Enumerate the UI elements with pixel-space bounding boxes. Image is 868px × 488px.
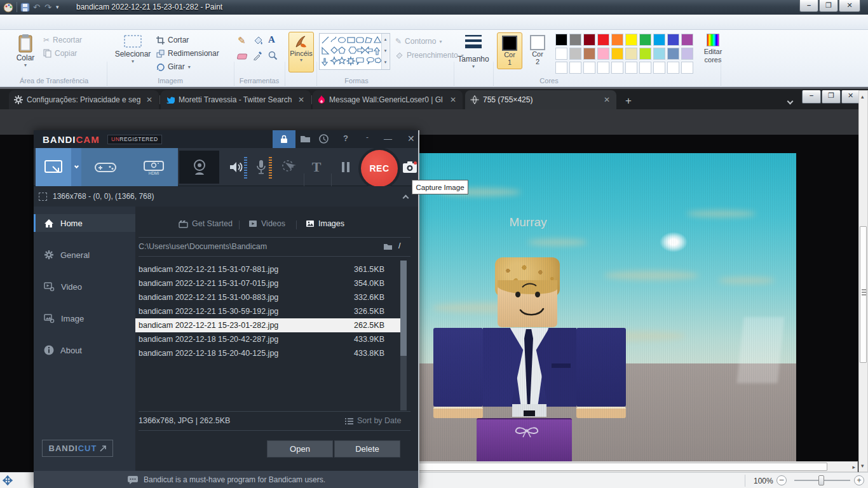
speaker-volume-button[interactable] <box>226 148 245 186</box>
crop-button[interactable]: Cortar <box>156 34 189 46</box>
palette-swatch[interactable] <box>597 48 609 60</box>
tab-close-icon[interactable]: ✕ <box>297 95 306 104</box>
pause-button[interactable] <box>337 148 354 186</box>
size-button[interactable]: Tamanho ▾ <box>456 33 491 69</box>
palette-swatch[interactable] <box>639 34 651 46</box>
file-row[interactable]: bandicam 2022-12-18 15-20-42-287.jpg433.… <box>135 332 402 346</box>
palette-swatch-empty[interactable] <box>653 62 665 74</box>
zoom-in-button[interactable]: + <box>854 475 864 485</box>
tab-videos[interactable]: Videos <box>248 219 285 228</box>
browser-tab-twitter[interactable]: Moretti Travessia - Twitter Search ✕ <box>161 90 311 109</box>
palette-swatch[interactable] <box>555 34 567 46</box>
magnifier-tool[interactable] <box>268 51 278 60</box>
shapes-grid[interactable]: ▴▾▾ <box>319 33 390 70</box>
palette-swatch[interactable] <box>681 48 693 60</box>
fill-tool[interactable] <box>253 35 263 45</box>
palette-swatch[interactable] <box>569 34 581 46</box>
folder-icon[interactable] <box>383 243 393 250</box>
file-row[interactable]: bandicam 2022-12-21 15-31-07-881.jpg361.… <box>135 262 402 276</box>
quick-access-dropdown[interactable]: ▾ <box>56 4 59 10</box>
palette-swatch[interactable] <box>583 48 595 60</box>
scroll-up-arrow-icon[interactable]: ▴ <box>861 93 864 100</box>
color1-button[interactable]: Cor 1 <box>497 32 522 69</box>
color-palette[interactable] <box>555 34 696 74</box>
palette-swatch-empty[interactable] <box>569 62 581 74</box>
bandicam-boss-minimize-icon[interactable]: - <box>366 133 369 142</box>
tab-images[interactable]: Images <box>306 219 344 228</box>
sidebar-item-general[interactable]: General <box>34 246 135 264</box>
sidebar-item-video[interactable]: Video <box>34 278 135 295</box>
bandicut-logo-button[interactable]: BANDICUT <box>42 440 113 457</box>
scroll-down-arrow-icon[interactable]: ▾ <box>861 463 864 469</box>
new-tab-button[interactable]: + <box>625 95 632 107</box>
palette-swatch-empty[interactable] <box>611 62 623 74</box>
collapse-chevron-icon[interactable] <box>403 195 409 201</box>
palette-swatch[interactable] <box>667 34 679 46</box>
file-row-selected[interactable]: bandicam 2022-12-21 15-23-01-282.jpg262.… <box>135 318 402 332</box>
shapes-scrollbar[interactable]: ▴▾▾ <box>381 34 389 69</box>
chrome-maximize-button[interactable]: ❐ <box>822 90 841 104</box>
browser-tab-image[interactable]: 755 (755×425) ✕ <box>465 90 616 109</box>
sidebar-item-home[interactable]: Home <box>34 214 135 232</box>
file-row[interactable]: bandicam 2022-12-21 15-31-00-883.jpg332.… <box>135 290 402 304</box>
tab-search-chevron-icon[interactable] <box>788 97 792 105</box>
sidebar-item-image[interactable]: Image <box>34 309 135 327</box>
device-recording-mode-button[interactable]: HDMI <box>129 148 178 186</box>
bandicam-help-icon[interactable]: ? <box>343 133 348 143</box>
output-folder-icon[interactable] <box>300 135 311 143</box>
brushes-button[interactable]: Pincéis ▾ <box>288 32 314 72</box>
browser-tab-settings[interactable]: Configurações: Privacidade e seg ✕ <box>9 90 159 109</box>
delete-button[interactable]: Delete <box>334 440 400 458</box>
webcam-button[interactable] <box>179 151 219 184</box>
mode-dropdown-chevron[interactable] <box>71 148 81 186</box>
zoom-slider-thumb[interactable] <box>818 475 824 485</box>
save-button[interactable] <box>20 3 30 12</box>
chrome-close-button[interactable]: ✕ <box>841 90 860 104</box>
file-list-scrollbar-thumb[interactable] <box>400 261 407 356</box>
paste-button[interactable]: Colar ▾ <box>11 33 39 68</box>
palette-swatch[interactable] <box>611 34 623 46</box>
rec-button[interactable]: REC <box>361 150 398 187</box>
vertical-scrollbar[interactable]: ▴ ▾ <box>858 90 868 472</box>
color2-button[interactable]: Cor 2 <box>525 32 550 69</box>
palette-swatch[interactable] <box>667 48 679 60</box>
paint-close-button[interactable]: ✕ <box>839 0 860 12</box>
vertical-scrollbar-thumb[interactable] <box>860 226 867 363</box>
palette-swatch-empty[interactable] <box>555 62 567 74</box>
file-row[interactable]: bandicam 2022-12-21 15-31-07-015.jpg354.… <box>135 276 402 290</box>
eraser-tool[interactable] <box>237 51 248 60</box>
boss-lock-button[interactable] <box>273 130 295 148</box>
game-recording-mode-button[interactable] <box>81 148 129 186</box>
select-button[interactable]: Selecionar ▾ <box>113 33 153 64</box>
text-overlay-button[interactable]: T <box>307 148 326 186</box>
paint-minimize-button[interactable]: – <box>799 0 818 12</box>
screen-recording-mode-button[interactable] <box>36 148 71 186</box>
palette-swatch-empty[interactable] <box>625 62 637 74</box>
palette-swatch[interactable] <box>625 34 637 46</box>
sort-by-date-button[interactable]: Sort by Date <box>345 416 401 425</box>
edit-colors-button[interactable]: Editar cores <box>699 34 727 64</box>
color-picker-tool[interactable] <box>253 51 262 60</box>
palette-swatch[interactable] <box>653 48 665 60</box>
palette-swatch-empty[interactable] <box>597 62 609 74</box>
mouse-effects-button[interactable] <box>278 148 301 186</box>
photo-viewer-image[interactable]: Murray <box>419 153 796 463</box>
pencil-tool[interactable]: ✎ <box>238 35 246 46</box>
palette-swatch[interactable] <box>611 48 623 60</box>
palette-swatch-empty[interactable] <box>639 62 651 74</box>
chrome-minimize-button[interactable]: – <box>802 90 821 104</box>
browser-tab-fandom[interactable]: Message Wall:GenericLoser0 | Gl ✕ <box>313 90 463 109</box>
bandicam-minimize-icon[interactable]: — <box>384 134 392 144</box>
tab-close-icon[interactable]: ✕ <box>449 95 458 104</box>
file-row[interactable]: bandicam 2022-12-21 15-30-59-192.jpg326.… <box>135 304 402 318</box>
palette-swatch[interactable] <box>583 34 595 46</box>
tab-close-icon[interactable]: ✕ <box>145 95 154 104</box>
tab-close-icon[interactable]: ✕ <box>602 95 611 104</box>
palette-swatch[interactable] <box>625 48 637 60</box>
palette-swatch-empty[interactable] <box>681 62 693 74</box>
palette-swatch-empty[interactable] <box>667 62 679 74</box>
text-tool[interactable]: A <box>268 34 275 45</box>
sidebar-item-about[interactable]: About <box>34 341 135 359</box>
microphone-button[interactable] <box>252 148 270 186</box>
palette-swatch[interactable] <box>597 34 609 46</box>
